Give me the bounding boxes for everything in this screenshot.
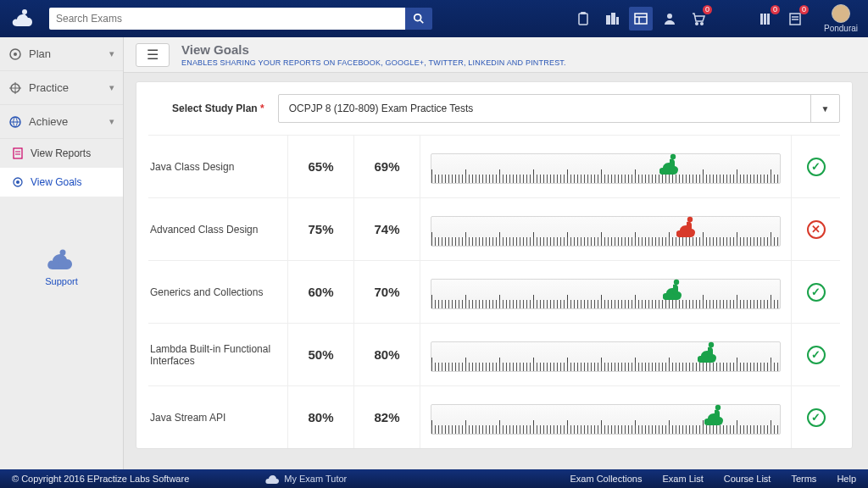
svg-rect-3 (579, 14, 587, 25)
tutor-icon (265, 472, 279, 485)
study-plan-label: Select Study Plan * (172, 103, 264, 114)
footer: © Copyright 2016 EPractize Labs Software… (0, 469, 868, 488)
footer-links: Exam Collections Exam List Course List T… (570, 474, 857, 484)
sidebar-item-achieve[interactable]: Achieve ▾ (0, 105, 123, 139)
clipboard-icon[interactable] (571, 7, 595, 30)
goal-percent-1: 65% (287, 136, 353, 197)
page-title: View Goals (181, 42, 566, 57)
svg-rect-6 (611, 13, 615, 25)
progress-marker-icon (704, 403, 730, 429)
layout-icon[interactable] (629, 7, 653, 30)
goal-status: ✓ (791, 324, 840, 385)
svg-point-1 (415, 14, 421, 21)
svg-point-33 (687, 217, 693, 222)
cart-icon[interactable]: 0 (687, 7, 710, 30)
cart-badge: 0 (703, 5, 712, 14)
goal-status: ✓ (791, 136, 840, 197)
person-icon[interactable] (658, 7, 682, 30)
books-badge: 0 (771, 5, 780, 14)
goal-name: Advanced Class Design (148, 224, 287, 236)
goal-status: ✕ (791, 198, 840, 260)
chevron-down-icon: ▼ (810, 94, 839, 123)
progress-marker-icon (676, 215, 702, 241)
svg-rect-14 (760, 14, 763, 25)
progress-marker-icon (659, 152, 685, 178)
sidebar-item-label: Practice (29, 81, 69, 94)
notepad-badge: 0 (799, 5, 809, 14)
main: ☰ View Goals ENABLES SHARING YOUR REPORT… (124, 37, 868, 469)
support-icon (47, 247, 76, 273)
books-icon[interactable]: 0 (754, 7, 778, 30)
page-header: ☰ View Goals ENABLES SHARING YOUR REPORT… (124, 37, 868, 73)
svg-point-36 (715, 405, 721, 410)
goal-row: Advanced Class Design75%74%✕ (148, 197, 840, 260)
svg-rect-8 (635, 14, 647, 24)
buildings-icon[interactable] (600, 7, 624, 30)
goal-progress (420, 136, 791, 197)
svg-point-32 (670, 154, 675, 159)
check-icon: ✓ (807, 158, 826, 176)
goal-row: Java Stream API80%82%✓ (148, 385, 840, 448)
goal-progress (420, 261, 791, 323)
goals-icon (12, 176, 24, 188)
goal-row: Lambda Built-in Functional Interfaces50%… (148, 323, 840, 385)
ruler (431, 279, 781, 309)
svg-point-12 (696, 23, 698, 25)
top-bar: 0 0 0 Pondurai (0, 0, 868, 37)
support-link[interactable]: Support (0, 247, 123, 286)
check-icon: ✓ (807, 283, 826, 302)
target-icon (8, 47, 22, 61)
footer-link[interactable]: Terms (791, 474, 816, 484)
avatar (832, 4, 850, 23)
sidebar-item-practice[interactable]: Practice ▾ (0, 71, 123, 105)
support-label: Support (45, 276, 78, 286)
sidebar-item-label: Achieve (29, 115, 68, 128)
goal-percent-2: 69% (353, 136, 420, 197)
footer-link[interactable]: Exam Collections (570, 474, 643, 484)
footer-tutor-label: My Exam Tutor (284, 474, 347, 484)
search-button[interactable] (405, 8, 432, 30)
footer-link[interactable]: Course List (724, 474, 771, 484)
sidebar-sub-view-goals[interactable]: View Goals (0, 168, 123, 197)
svg-line-2 (420, 20, 424, 24)
search-input[interactable] (49, 8, 405, 30)
crosshair-icon (8, 81, 22, 95)
footer-link[interactable]: Help (837, 474, 856, 484)
svg-rect-7 (616, 17, 619, 25)
globe-icon (8, 115, 22, 129)
goal-row: Generics and Collections60%70%✓ (148, 260, 840, 323)
svg-point-11 (667, 14, 672, 19)
study-plan-row: Select Study Plan * OCPJP 8 (1Z0-809) Ex… (148, 94, 840, 123)
app-logo (10, 5, 37, 32)
goal-status: ✓ (791, 386, 840, 448)
goal-name: Java Stream API (148, 412, 287, 424)
footer-tutor[interactable]: My Exam Tutor (265, 472, 347, 485)
sidebar-sub-label: View Reports (31, 147, 91, 159)
goal-percent-1: 75% (287, 198, 353, 260)
goal-percent-2: 80% (353, 324, 420, 385)
chevron-down-icon: ▾ (109, 48, 114, 59)
user-menu[interactable]: Pondurai (824, 4, 858, 33)
chevron-down-icon: ▾ (109, 116, 114, 127)
ruler (431, 341, 781, 372)
study-plan-select[interactable]: OCPJP 8 (1Z0-809) Exam Practice Tests ▼ (278, 94, 840, 123)
page-title-block: View Goals ENABLES SHARING YOUR REPORTS … (181, 42, 566, 67)
svg-point-13 (701, 23, 704, 25)
goal-name: Generics and Collections (148, 286, 287, 298)
goal-progress (420, 386, 791, 448)
goal-percent-1: 50% (287, 324, 353, 385)
sidebar-item-plan[interactable]: Plan ▾ (0, 37, 123, 71)
search-icon (413, 13, 425, 25)
svg-point-0 (22, 9, 27, 14)
notepad-icon[interactable]: 0 (783, 7, 807, 30)
footer-link[interactable]: Exam List (662, 474, 703, 484)
footer-copyright: © Copyright 2016 EPractize Labs Software (12, 474, 189, 484)
goal-percent-2: 82% (353, 386, 420, 448)
sidebar-sub-view-reports[interactable]: View Reports (0, 139, 123, 168)
svg-point-34 (673, 280, 678, 285)
goal-percent-2: 70% (353, 261, 420, 323)
progress-marker-icon (663, 278, 688, 303)
ruler (431, 216, 781, 247)
check-icon: ✓ (807, 346, 826, 364)
hamburger-button[interactable]: ☰ (136, 43, 170, 67)
